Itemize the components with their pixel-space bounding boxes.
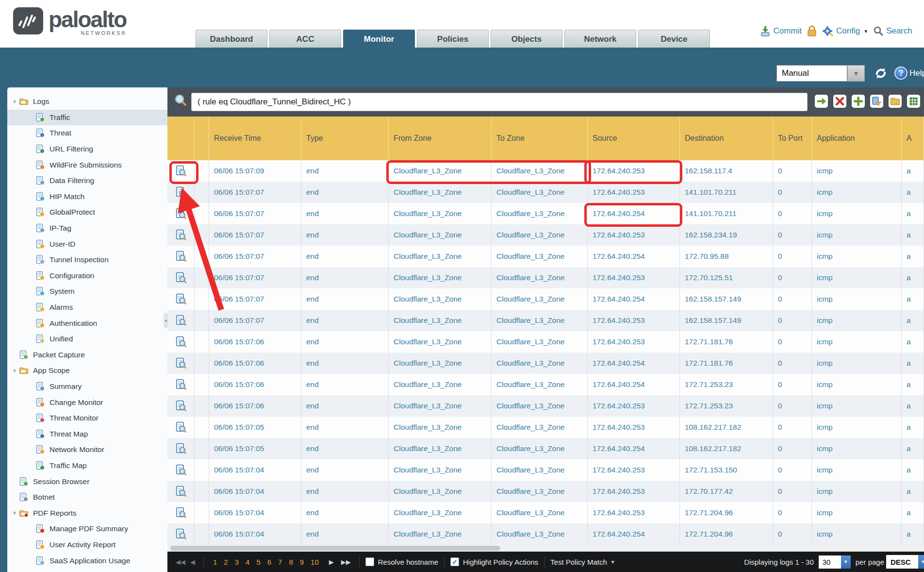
cell-application[interactable]: icmp [812, 160, 902, 182]
log-detail-icon[interactable] [167, 481, 195, 502]
cell-source[interactable]: 172.64.240.253 [588, 395, 680, 417]
cell-action[interactable]: a [902, 481, 924, 502]
cell-from-zone[interactable]: Cloudflare_L3_Zone [389, 224, 492, 246]
cell-to-port[interactable]: 0 [773, 502, 812, 523]
cell-destination[interactable]: 162.158.157.149 [680, 288, 773, 310]
cell-to-zone[interactable]: Cloudflare_L3_Zone [492, 310, 588, 331]
cell-action[interactable]: a [902, 395, 924, 417]
sidebar-item-globalprotect[interactable]: GlobalProtect [7, 204, 167, 220]
cell-action[interactable]: a [902, 288, 924, 310]
cell-to-port[interactable]: 0 [773, 395, 812, 417]
last-page-icon[interactable]: ▶▶ [341, 558, 351, 566]
cell-destination[interactable]: 108.162.217.182 [680, 417, 773, 438]
help-button[interactable]: ? Help [894, 67, 924, 80]
cell-destination[interactable]: 172.71.153.150 [680, 459, 773, 481]
sidebar-item-pdf-reports[interactable]: ▼PDF Reports [7, 505, 167, 521]
cell-from-zone[interactable]: Cloudflare_L3_Zone [389, 374, 492, 395]
sidebar-item-traffic-map[interactable]: Traffic Map [7, 458, 167, 474]
cell-source[interactable]: 172.64.240.253 [588, 310, 680, 331]
cell-to-port[interactable]: 0 [773, 310, 812, 331]
cell-receive-time[interactable]: 06/06 15:07:06 [209, 331, 301, 353]
log-detail-icon[interactable] [167, 246, 195, 267]
sidebar-item-threat-monitor[interactable]: Threat Monitor [7, 410, 167, 426]
sidebar-item-hip-match[interactable]: HIP Match [7, 189, 167, 205]
log-detail-icon[interactable] [167, 331, 195, 353]
cell-destination[interactable]: 172.71.204.96 [680, 502, 773, 523]
cell-application[interactable]: icmp [812, 246, 902, 267]
cell-receive-time[interactable]: 06/06 15:07:07 [209, 246, 301, 267]
cell-to-port[interactable]: 0 [773, 438, 812, 459]
lock-icon[interactable] [807, 25, 817, 37]
cell-to-zone[interactable]: Cloudflare_L3_Zone [492, 267, 588, 288]
column-header-receive-time[interactable]: Receive Time [209, 117, 301, 160]
cell-receive-time[interactable]: 06/06 15:07:07 [209, 224, 301, 246]
load-filter-icon[interactable] [889, 95, 902, 108]
log-detail-icon[interactable] [167, 353, 195, 374]
expander-icon[interactable]: ▼ [10, 368, 19, 373]
column-header-to-zone[interactable]: To Zone [492, 117, 588, 160]
expander-icon[interactable]: ▼ [10, 510, 19, 516]
cell-action[interactable]: a [902, 182, 924, 203]
page-size-select[interactable]: 30 ▼ [819, 555, 851, 569]
cell-action[interactable]: a [902, 438, 924, 459]
log-detail-icon[interactable] [167, 267, 195, 288]
sidebar-item-threat[interactable]: Threat [7, 125, 167, 141]
cell-to-zone[interactable]: Cloudflare_L3_Zone [492, 331, 588, 353]
cell-to-port[interactable]: 0 [773, 417, 812, 438]
prev-page-icon[interactable]: ◀ [190, 558, 195, 566]
page-number-9[interactable]: 9 [300, 558, 304, 566]
tab-objects[interactable]: Objects [491, 30, 562, 48]
cell-destination[interactable]: 162.158.234.19 [680, 224, 773, 246]
sidebar-item-user-id[interactable]: User-ID [7, 236, 167, 252]
cell-to-port[interactable]: 0 [773, 203, 812, 224]
highlight-policy-label[interactable]: Highlight Policy Actions [463, 558, 538, 566]
cell-application[interactable]: icmp [812, 502, 902, 523]
tab-network[interactable]: Network [564, 30, 636, 48]
log-detail-icon[interactable] [167, 523, 195, 545]
cell-to-zone[interactable]: Cloudflare_L3_Zone [492, 481, 588, 502]
sidebar-item-change-monitor[interactable]: Change Monitor [7, 394, 167, 410]
cell-application[interactable]: icmp [812, 395, 902, 417]
column-header-to-port[interactable]: To Port [773, 117, 812, 160]
sidebar-item-tunnel-inspection[interactable]: Tunnel Inspection [7, 252, 167, 268]
cell-to-zone[interactable]: Cloudflare_L3_Zone [492, 374, 588, 395]
first-page-icon[interactable]: ◀◀ [176, 558, 185, 566]
log-detail-icon[interactable] [167, 203, 195, 224]
cell-application[interactable]: icmp [812, 182, 902, 203]
refresh-mode-dropdown-icon[interactable]: ▼ [847, 65, 865, 82]
sidebar-item-logs[interactable]: ▼Logs [7, 94, 167, 110]
cell-from-zone[interactable]: Cloudflare_L3_Zone [389, 331, 492, 353]
cell-from-zone[interactable]: Cloudflare_L3_Zone [389, 417, 492, 438]
column-header-blank[interactable] [195, 117, 209, 160]
sidebar-item-app-scope[interactable]: ▼App Scope [7, 363, 167, 379]
sidebar-item-manage-pdf-summary[interactable]: Manage PDF Summary [7, 521, 167, 537]
cell-source[interactable]: 172.64.240.253 [588, 160, 680, 182]
cell-destination[interactable]: 172.70.177.42 [680, 481, 773, 502]
sidebar-item-user-activity-report[interactable]: User Activity Report [7, 537, 167, 553]
cell-action[interactable]: a [902, 310, 924, 331]
cell-action[interactable]: a [902, 353, 924, 374]
cell-source[interactable]: 172.64.240.253 [588, 224, 680, 246]
cell-from-zone[interactable]: Cloudflare_L3_Zone [389, 353, 492, 374]
cell-type[interactable]: end [301, 288, 389, 310]
tab-device[interactable]: Device [638, 30, 710, 48]
page-size-dropdown-icon[interactable]: ▼ [841, 555, 851, 569]
cell-to-port[interactable]: 0 [773, 246, 812, 267]
expander-icon[interactable]: ▼ [10, 99, 19, 104]
resolve-hostname-label[interactable]: Resolve hostname [378, 558, 438, 566]
cell-type[interactable]: end [301, 224, 389, 246]
cell-from-zone[interactable]: Cloudflare_L3_Zone [389, 160, 492, 182]
cell-receive-time[interactable]: 06/06 15:07:06 [209, 374, 301, 395]
cell-action[interactable]: a [902, 417, 924, 438]
tab-acc[interactable]: ACC [269, 30, 341, 48]
cell-destination[interactable]: 172.70.125.51 [680, 267, 773, 288]
column-header-type[interactable]: Type [301, 117, 389, 160]
sidebar-item-authentication[interactable]: Authentication [7, 315, 167, 331]
cell-to-port[interactable]: 0 [773, 331, 812, 353]
cell-receive-time[interactable]: 06/06 15:07:04 [209, 523, 301, 545]
column-header-from-zone[interactable]: From Zone [389, 117, 492, 160]
cell-type[interactable]: end [301, 331, 389, 353]
cell-type[interactable]: end [301, 502, 389, 523]
page-number-7[interactable]: 7 [278, 558, 282, 566]
tab-dashboard[interactable]: Dashboard [196, 30, 267, 48]
